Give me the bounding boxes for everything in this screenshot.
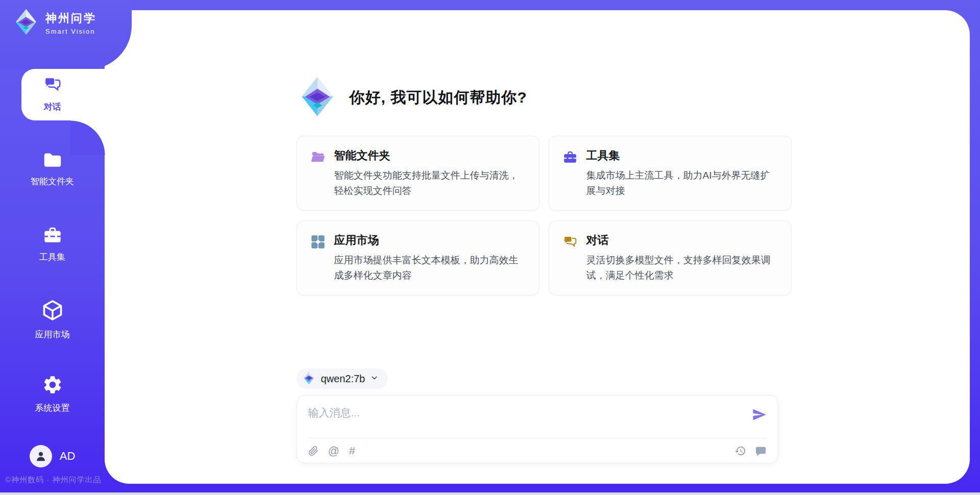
sidebar-item-chat[interactable]: 对话 xyxy=(0,75,105,113)
sidebar-item-settings[interactable]: 系统设置 xyxy=(0,374,105,414)
card-app-market[interactable]: 应用市场 应用市场提供丰富长文本模板，助力高效生成多样化文章内容 xyxy=(297,220,540,295)
message-input-box: @ # xyxy=(297,395,778,463)
sidebar-item-label: 系统设置 xyxy=(35,402,70,414)
card-description: 灵活切换多模型文件，支持多样回复效果调试，满足个性化需求 xyxy=(586,253,778,283)
model-selector[interactable]: qwen2:7b xyxy=(297,368,388,389)
sidebar-item-smart-folder[interactable]: 智能文件夹 xyxy=(0,151,105,187)
feature-cards: 智能文件夹 智能文件夹功能支持批量文件上传与清洗，轻松实现文件问答 工具集 xyxy=(297,136,778,295)
copyright-footer: ©神州数码 · 神州问学出品 xyxy=(5,475,101,485)
chat-input-area: qwen2:7b xyxy=(297,368,778,463)
folder-icon xyxy=(42,151,63,171)
sidebar-item-label: 对话 xyxy=(44,101,61,113)
card-title: 工具集 xyxy=(586,148,778,163)
card-title: 智能文件夹 xyxy=(334,148,526,163)
card-smart-folder[interactable]: 智能文件夹 智能文件夹功能支持批量文件上传与清洗，轻松实现文件问答 xyxy=(297,136,540,211)
user-profile[interactable]: AD xyxy=(0,445,105,467)
message-input[interactable] xyxy=(308,403,752,419)
send-button[interactable] xyxy=(752,407,767,422)
at-sign-icon[interactable]: @ xyxy=(328,445,339,457)
user-initials: AD xyxy=(60,450,76,463)
gear-icon xyxy=(42,374,63,398)
card-title: 对话 xyxy=(586,233,778,248)
main-content: 你好, 我可以如何帮助你? 智能文件夹 智能文件夹功能支持批量文件上传与清洗，轻… xyxy=(105,10,970,484)
sidebar: 神州问学 Smart Vision 对话 智能文件夹 xyxy=(0,0,105,495)
chevron-down-icon xyxy=(370,374,379,384)
card-title: 应用市场 xyxy=(334,233,526,248)
brand-name: 神州问学 xyxy=(45,11,96,26)
card-description: 智能文件夹功能支持批量文件上传与清洗，轻松实现文件问答 xyxy=(334,168,526,199)
hero-greeting-block: 你好, 我可以如何帮助你? xyxy=(297,76,778,119)
hash-icon[interactable]: # xyxy=(349,445,355,457)
toolbox-icon xyxy=(42,225,63,246)
sidebar-item-app-market[interactable]: 应用市场 xyxy=(0,299,105,340)
card-description: 集成市场上主流工具，助力AI与外界无缝扩展与对接 xyxy=(586,168,778,199)
cube-icon xyxy=(41,299,64,324)
card-description: 应用市场提供丰富长文本模板，助力高效生成多样化文章内容 xyxy=(334,253,526,283)
avatar xyxy=(30,445,52,467)
gem-logo-icon xyxy=(302,371,316,387)
gem-logo-icon xyxy=(297,76,338,119)
send-plane-icon xyxy=(752,416,767,424)
model-name: qwen2:7b xyxy=(321,373,365,385)
folder-open-icon xyxy=(310,150,326,199)
card-toolset[interactable]: 工具集 集成市场上主流工具，助力AI与外界无缝扩展与对接 xyxy=(549,136,792,211)
card-chat[interactable]: 对话 灵活切换多模型文件，支持多样回复效果调试，满足个性化需求 xyxy=(549,220,792,295)
paperclip-icon[interactable] xyxy=(308,445,318,457)
comment-icon[interactable] xyxy=(755,445,767,457)
sidebar-item-toolset[interactable]: 工具集 xyxy=(0,225,105,263)
brand: 神州问学 Smart Vision xyxy=(12,8,96,38)
gem-logo-icon xyxy=(12,8,40,38)
chat-bubbles-icon xyxy=(43,75,62,96)
brand-subtitle: Smart Vision xyxy=(45,28,96,35)
greeting-title: 你好, 我可以如何帮助你? xyxy=(350,87,527,108)
sidebar-item-label: 应用市场 xyxy=(35,329,70,340)
toolbox-icon xyxy=(562,150,578,199)
history-icon[interactable] xyxy=(734,445,746,457)
sidebar-item-label: 智能文件夹 xyxy=(31,176,74,187)
chat-bubbles-icon xyxy=(562,234,578,283)
grid-blocks-icon xyxy=(310,234,326,283)
sidebar-item-label: 工具集 xyxy=(39,251,65,263)
bottom-edge-strip xyxy=(0,492,980,495)
